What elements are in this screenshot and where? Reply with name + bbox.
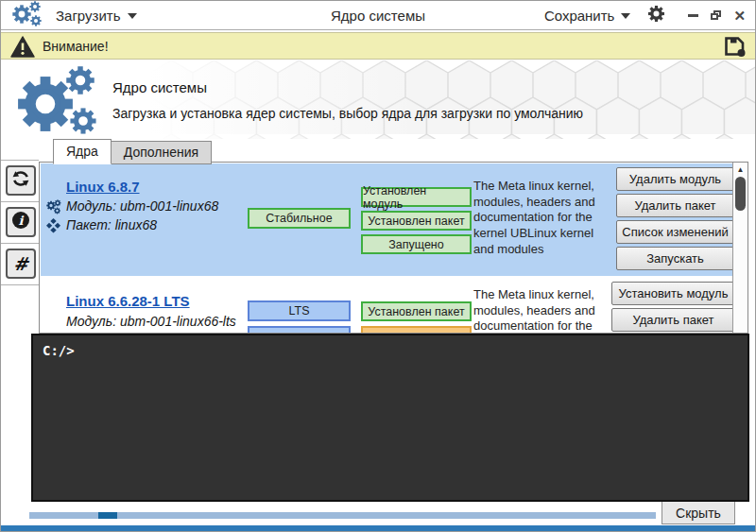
status-badge-running: Запущено (361, 234, 472, 254)
warning-label: Внимание! (43, 39, 109, 54)
save-menu-label: Сохранить (544, 8, 615, 24)
kernel-description: The Meta linux kernel, modules, headers … (473, 179, 608, 257)
sidebar-divider (1, 243, 39, 244)
page-title: Ядро системы (112, 79, 207, 95)
remove-package-button[interactable]: Удалить пакет (616, 194, 734, 217)
kernel-link[interactable]: Linux 6.6.28-1 LTS (66, 293, 190, 309)
module-label: Модуль: (66, 198, 116, 214)
remove-module-button[interactable]: Удалить модуль (616, 167, 734, 191)
channel-badge-lts: LTS (248, 300, 351, 321)
hexagon-pattern (150, 60, 755, 139)
kernel-description: The Meta linux kernel, modules, headers … (473, 287, 608, 334)
minimize-button[interactable] (688, 14, 698, 17)
save-menu-button[interactable]: Сохранить (544, 8, 631, 24)
kernel-gears-icon (14, 66, 103, 139)
kernel-row-linux-6-8-7[interactable]: Linux 6.8.7 Модуль: ubm-001-linux68 (41, 163, 733, 276)
module-gears-icon (46, 199, 61, 218)
save-disk-icon[interactable] (724, 36, 747, 61)
module-value: ubm-001-linux66-lts (120, 314, 236, 329)
module-value: ubm-001-linux68 (120, 198, 218, 214)
refresh-icon (11, 169, 30, 192)
terminal-output[interactable]: C:/> (31, 334, 749, 502)
page-header: Ядро системы Загрузка и установка ядер с… (1, 60, 755, 139)
settings-gear-icon[interactable] (647, 5, 665, 26)
chevron-down-icon (128, 13, 137, 19)
module-label: Модуль: (66, 314, 116, 329)
scroll-up-icon[interactable]: ▲ (733, 163, 747, 175)
boot-default-button[interactable]: Запускать (616, 247, 734, 270)
sidebar-divider (1, 284, 39, 285)
app-logo-gears-icon (10, 0, 43, 30)
remove-package-button[interactable]: Удалить пакет (611, 308, 735, 332)
progress-bar (29, 512, 656, 519)
load-menu-label: Загрузить (56, 8, 121, 24)
package-icon (46, 218, 60, 237)
tab-kernels[interactable]: Ядра (53, 139, 112, 164)
status-badge-module-installed: Установлен модуль (361, 187, 472, 207)
status-badge-package-installed: Установлен пакет (361, 301, 472, 321)
warning-bar: Внимание! (1, 32, 755, 60)
package-value: linux68 (115, 217, 157, 232)
chevron-down-icon (621, 13, 630, 19)
status-badge-package-installed: Установлен пакет (361, 211, 472, 231)
close-button[interactable]: ✕ (733, 9, 746, 23)
sidebar-divider (1, 160, 39, 161)
install-module-button[interactable]: Установить модуль (611, 282, 735, 305)
hide-button[interactable]: Скрыть (662, 501, 735, 524)
terminal-prompt: C:/> (43, 343, 75, 358)
channel-badge: Стабильное (248, 208, 351, 229)
status-badge-partial (361, 326, 472, 334)
hash-icon: # (13, 253, 28, 274)
maximize-button[interactable] (711, 10, 721, 20)
bottom-accent-strip (1, 525, 755, 531)
load-menu-button[interactable]: Загрузить (56, 8, 137, 24)
progress-chunk (98, 512, 117, 519)
package-label: Пакет: (66, 217, 112, 232)
kernel-row-linux-6-6-28-lts[interactable]: Linux 6.6.28-1 LTS Модуль: ubm-001-linux… (41, 280, 733, 334)
sidebar-divider (1, 201, 39, 202)
changelog-button[interactable]: Список изменений (616, 220, 734, 244)
info-button[interactable]: i (6, 207, 36, 237)
app-window: Загрузить Ядро системы Сохранить ✕ (0, 0, 756, 532)
titlebar: Загрузить Ядро системы Сохранить ✕ (1, 1, 755, 30)
page-subtitle: Загрузка и установка ядер системы, выбор… (112, 106, 583, 121)
info-icon: i (11, 211, 30, 233)
scrollbar[interactable]: ▲ (732, 163, 747, 333)
scrollbar-thumb[interactable] (735, 177, 746, 211)
kernel-link[interactable]: Linux 6.8.7 (66, 179, 140, 195)
tab-bar: Ядра Дополнения (53, 139, 212, 164)
numbers-button[interactable]: # (6, 249, 36, 279)
tab-addons[interactable]: Дополнения (112, 141, 212, 164)
channel-badge-partial (248, 326, 351, 334)
warning-triangle-icon (10, 36, 35, 61)
kernel-list: Linux 6.8.7 Модуль: ubm-001-linux68 (39, 162, 748, 334)
refresh-button[interactable] (6, 165, 36, 196)
